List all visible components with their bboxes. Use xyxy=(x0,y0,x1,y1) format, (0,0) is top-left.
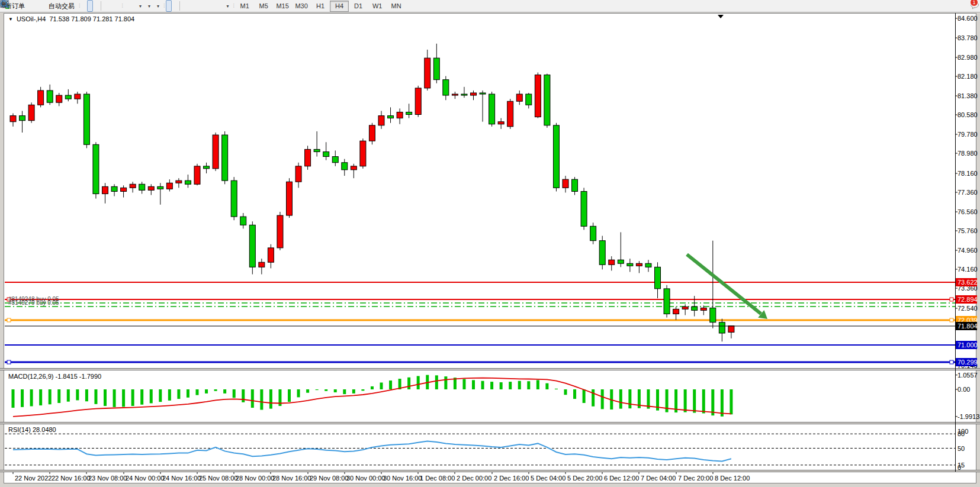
chart-canvas[interactable] xyxy=(0,0,980,487)
time-axis-label: 2 Dec 00:00 xyxy=(457,475,491,482)
price-tick-label: 82.980 xyxy=(957,54,978,61)
macd-histogram-bar xyxy=(242,389,245,402)
price-tick-label: 83.780 xyxy=(957,34,978,41)
macd-histogram-bar xyxy=(500,382,503,389)
macd-histogram-bar xyxy=(527,381,530,389)
rsi-axis-label: 80 xyxy=(957,430,965,437)
price-tick-label: 78.160 xyxy=(957,170,978,177)
macd-histogram-bar xyxy=(131,389,134,406)
price-tick-label: 80.580 xyxy=(957,111,978,118)
macd-histogram-bar xyxy=(444,376,447,389)
time-axis-label: 29 Nov 08:00 xyxy=(310,475,348,482)
time-axis-label: 1 Dec 08:00 xyxy=(420,475,455,482)
macd-histogram-bar xyxy=(260,389,263,410)
macd-histogram-bar xyxy=(251,389,254,408)
time-axis-label: 28 Nov 00:00 xyxy=(236,475,274,482)
candle xyxy=(710,241,716,328)
candle xyxy=(636,261,642,273)
candle xyxy=(102,183,108,204)
time-axis-label: 8 Dec 12:00 xyxy=(715,475,750,482)
macd-histogram-bar xyxy=(730,389,732,414)
candle xyxy=(728,325,734,338)
candle xyxy=(627,259,633,272)
macd-axis-label: -1.9913 xyxy=(957,413,979,420)
macd-histogram-bar xyxy=(67,389,70,402)
time-axis-label: 5 Dec 04:00 xyxy=(531,475,565,482)
candle xyxy=(47,85,53,105)
candle xyxy=(277,212,283,250)
candle xyxy=(259,259,265,274)
macd-histogram-bar xyxy=(187,389,189,398)
time-axis-label: 28 Nov 16:00 xyxy=(272,475,311,482)
time-axis-label: 5 Dec 20:00 xyxy=(567,475,602,482)
price-tick-label: 72.540 xyxy=(957,305,978,312)
pane-separator[interactable] xyxy=(0,470,980,472)
candle xyxy=(314,131,320,157)
candle xyxy=(176,178,182,188)
candle xyxy=(378,111,384,128)
macd-histogram-bar xyxy=(555,389,558,389)
candle xyxy=(222,131,228,184)
price-tick-label: 76.560 xyxy=(957,208,978,215)
time-axis-label: 22 Nov 2022 xyxy=(15,475,52,482)
macd-histogram-bar xyxy=(518,381,521,389)
candle xyxy=(535,72,541,118)
price-tick-label: 78.980 xyxy=(957,150,978,157)
candle xyxy=(433,44,439,83)
candle xyxy=(20,111,25,133)
candle xyxy=(139,182,145,193)
macd-histogram-bar xyxy=(76,389,79,400)
candle xyxy=(581,188,587,230)
macd-histogram-bar xyxy=(536,380,539,389)
candle xyxy=(213,133,219,171)
macd-histogram-bar xyxy=(223,389,226,394)
buy-position-label: #8149279 buy 0.05 xyxy=(8,299,59,306)
macd-histogram-bar xyxy=(407,378,410,389)
chart-shift-marker-icon xyxy=(718,15,724,18)
candle xyxy=(397,108,403,124)
price-tick-label: 81.380 xyxy=(957,92,978,99)
candle xyxy=(480,91,486,122)
line-handle xyxy=(950,360,953,364)
macd-histogram-bar xyxy=(684,389,687,412)
price-level-badge: 72.894 xyxy=(956,295,977,304)
candle xyxy=(83,92,89,148)
candle xyxy=(75,92,81,104)
macd-histogram-bar xyxy=(49,389,52,404)
candle xyxy=(38,87,44,108)
macd-histogram-bar xyxy=(306,389,309,393)
macd-histogram-bar xyxy=(711,389,714,415)
macd-histogram-bar xyxy=(12,389,15,408)
pane-separator[interactable] xyxy=(0,368,980,370)
candle xyxy=(65,89,71,101)
pane-separator[interactable] xyxy=(0,422,980,424)
macd-histogram-bar xyxy=(196,389,199,395)
candle xyxy=(305,146,311,170)
price-level-badge: 70.299 xyxy=(956,358,977,366)
price-axis-border xyxy=(955,13,956,472)
macd-histogram-bar xyxy=(214,389,217,391)
macd-histogram-bar xyxy=(380,383,383,390)
rsi-axis-label: 50 xyxy=(957,445,965,452)
price-tick-label: 74.160 xyxy=(957,266,978,273)
candle xyxy=(332,150,338,166)
candle xyxy=(194,164,200,186)
macd-histogram-bar xyxy=(269,389,272,409)
price-tick-label: 75.760 xyxy=(957,227,978,234)
candle xyxy=(544,74,550,128)
candle xyxy=(507,99,513,129)
candle xyxy=(204,163,210,173)
macd-histogram-bar xyxy=(140,389,143,405)
macd-axis-label: 1.0557 xyxy=(957,372,978,379)
macd-histogram-bar xyxy=(619,389,622,409)
candle xyxy=(618,232,624,267)
line-handle xyxy=(950,298,953,301)
macd-histogram-bar xyxy=(601,389,604,409)
line-handle xyxy=(7,360,11,364)
line-handle xyxy=(7,318,11,322)
macd-histogram-bar xyxy=(30,389,33,407)
time-axis-label: 22 Nov 16:00 xyxy=(52,475,90,482)
time-axis-label: 30 Nov 00:00 xyxy=(346,475,385,482)
price-tick-label: 77.360 xyxy=(957,189,978,196)
macd-histogram-bar xyxy=(94,389,97,404)
